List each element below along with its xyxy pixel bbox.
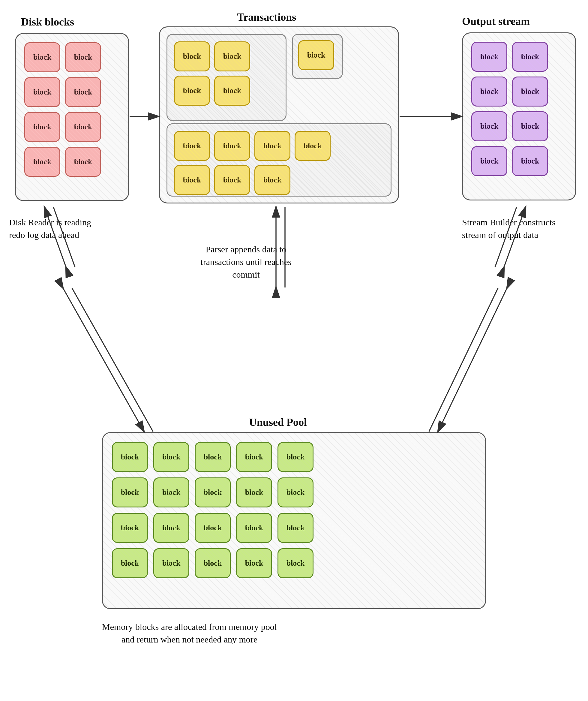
tx-block-9: block: [295, 131, 331, 161]
tx-block-1: block: [174, 41, 210, 71]
arrow-disk-to-pool: [63, 288, 144, 432]
arrow-stream-to-pool-2: [429, 288, 498, 432]
output-stream-title: Output stream: [462, 15, 530, 28]
tx-block-12: block: [254, 165, 290, 195]
out-block-4: block: [512, 76, 548, 106]
pool-block-14: block: [236, 513, 272, 543]
stream-builder-caption: Stream Builder constructsstream of outpu…: [462, 216, 556, 241]
pool-block-18: block: [195, 548, 231, 578]
disk-block-5: block: [24, 112, 60, 142]
tx-block-2: block: [214, 41, 250, 71]
memory-blocks-caption: Memory blocks are allocated from memory …: [102, 621, 277, 646]
unused-pool-container: block block block block block block bloc…: [102, 432, 486, 609]
pool-block-5: block: [278, 442, 313, 472]
transaction-group-2: block: [292, 34, 343, 79]
pool-block-12: block: [153, 513, 189, 543]
pool-block-20: block: [278, 548, 313, 578]
parser-caption: Parser appends data totransactions until…: [189, 243, 303, 281]
disk-block-3: block: [24, 77, 60, 107]
out-block-1: block: [471, 42, 507, 72]
disk-block-8: block: [65, 147, 101, 177]
tx-block-5: block: [298, 40, 334, 70]
tx-block-10: block: [174, 165, 210, 195]
disk-block-6: block: [65, 112, 101, 142]
transaction-group-3: block block block block block block bloc…: [167, 123, 391, 197]
tx-block-4: block: [214, 76, 250, 105]
unused-pool-title: Unused Pool: [249, 416, 307, 429]
disk-block-1: block: [24, 42, 60, 72]
disk-blocks-title: Disk blocks: [21, 16, 74, 28]
pool-block-13: block: [195, 513, 231, 543]
pool-block-11: block: [112, 513, 148, 543]
out-block-3: block: [471, 76, 507, 106]
pool-block-10: block: [278, 477, 313, 507]
pool-block-17: block: [153, 548, 189, 578]
arrow-stream-to-pool: [438, 288, 507, 432]
pool-block-16: block: [112, 548, 148, 578]
pool-block-6: block: [112, 477, 148, 507]
pool-block-3: block: [195, 442, 231, 472]
tx-block-8: block: [254, 131, 290, 161]
out-block-8: block: [512, 146, 548, 176]
transactions-title: Transactions: [237, 11, 296, 23]
out-block-5: block: [471, 111, 507, 141]
pool-block-2: block: [153, 442, 189, 472]
out-block-6: block: [512, 111, 548, 141]
disk-blocks-container: block block block block block block bloc…: [15, 33, 129, 201]
pool-block-1: block: [112, 442, 148, 472]
disk-reader-caption: Disk Reader is readingredo log data ahea…: [9, 216, 91, 241]
tx-block-7: block: [214, 131, 250, 161]
out-block-2: block: [512, 42, 548, 72]
diagram: block block block block block block bloc…: [0, 0, 588, 701]
pool-block-8: block: [195, 477, 231, 507]
output-stream-container: block block block block block block bloc…: [462, 32, 576, 201]
transaction-group-1: block block block block: [167, 34, 287, 121]
tx-block-11: block: [214, 165, 250, 195]
pool-block-7: block: [153, 477, 189, 507]
pool-block-4: block: [236, 442, 272, 472]
disk-block-2: block: [65, 42, 101, 72]
pool-block-9: block: [236, 477, 272, 507]
pool-block-19: block: [236, 548, 272, 578]
pool-block-15: block: [278, 513, 313, 543]
disk-block-4: block: [65, 77, 101, 107]
tx-block-6: block: [174, 131, 210, 161]
tx-block-3: block: [174, 76, 210, 105]
disk-block-7: block: [24, 147, 60, 177]
out-block-7: block: [471, 146, 507, 176]
transactions-container: block block block block block block bloc…: [159, 26, 399, 204]
arrow-disk-to-pool-2: [72, 288, 153, 432]
